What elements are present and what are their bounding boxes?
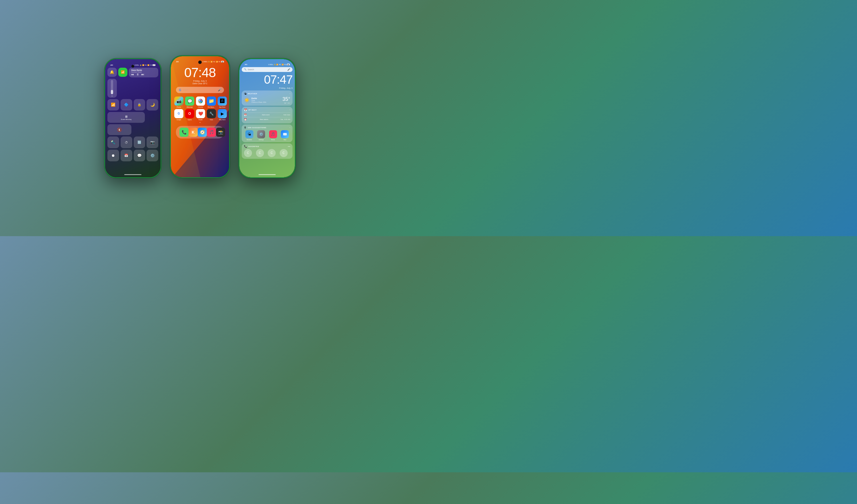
- add-event-label[interactable]: Add event: [262, 114, 269, 116]
- playstore-icon: ▶: [218, 109, 227, 118]
- wifi2-btn[interactable]: 📶: [107, 99, 119, 111]
- siri-app-settings[interactable]: ⚙️ Settings: [256, 130, 267, 140]
- appstore-icon: 🅰: [218, 97, 227, 106]
- dock-music[interactable]: 🎵: [207, 128, 216, 137]
- screen-mirroring-btn[interactable]: 🖥 Screen Mirroring: [107, 112, 145, 123]
- opera-label: Opera: [188, 119, 192, 121]
- weather-rain: Chance of Rain: 52%: [251, 101, 266, 103]
- app-files[interactable]: 📁 File Mana...: [207, 97, 216, 108]
- flashlight-btn[interactable]: 🔦: [107, 137, 119, 148]
- wifi-btn[interactable]: 📶: [118, 68, 128, 77]
- app-google[interactable]: G Google: [174, 109, 183, 121]
- status-bar-1: JIO 1.2KB/s 🔒 📶 4G 📶 4G 27: [107, 63, 158, 67]
- lock-btn[interactable]: 🔒: [134, 99, 146, 111]
- screen-mirror-icon: 🖥: [124, 115, 128, 118]
- dock-safari[interactable]: 🧭: [198, 128, 207, 137]
- siri-app-music[interactable]: 🎵 Music: [268, 130, 279, 140]
- bluetooth-btn[interactable]: 🔷: [120, 99, 132, 111]
- dock-camera[interactable]: 📸: [216, 128, 225, 137]
- app-health[interactable]: ❤️ Health: [196, 109, 205, 121]
- mute-btn[interactable]: 🔇: [107, 124, 131, 135]
- siri-app-mail[interactable]: ✉️ Mail: [280, 130, 290, 140]
- alarm-icon: ⏰: [244, 118, 247, 121]
- phone-3: JIO 0.0KB/s 🔒 📶 4G 📶 4G ▮▮ 🔍 Search 🎤 07: [238, 58, 296, 178]
- p2-search-bar[interactable]: G Search 🎤: [176, 87, 224, 93]
- settings-btn[interactable]: ⚙️: [147, 150, 158, 161]
- weather-widget-icon: 🌤: [244, 92, 247, 95]
- app-imessage[interactable]: 💬 iMessage: [185, 97, 194, 108]
- siri-mail-label: Mail: [284, 139, 286, 140]
- p3-date: Friday, July 3: [242, 87, 292, 89]
- fav-contact-3[interactable]: C: [268, 149, 276, 157]
- files-icon: 📁: [207, 97, 216, 106]
- kwai-icon: K: [188, 128, 198, 137]
- record-btn[interactable]: ⏺: [107, 150, 119, 161]
- chrome-icon: [196, 97, 205, 106]
- brightness-slider[interactable]: ▬: [107, 79, 117, 98]
- play-pause-icon[interactable]: ⏸: [136, 73, 139, 76]
- moon-btn[interactable]: 🌙: [147, 99, 158, 111]
- photos-icon: 📷: [174, 97, 183, 106]
- next-alarm-value: Sat, 4:00 AM: [281, 119, 290, 120]
- bell-btn[interactable]: 🔔: [107, 68, 117, 77]
- upnext-chevron-icon[interactable]: ›: [290, 109, 290, 111]
- app-opera[interactable]: O Opera: [185, 109, 194, 121]
- chrome-label: Chrome: [198, 106, 203, 108]
- favorites-more-icon[interactable]: •••: [288, 145, 290, 147]
- status-icons-2: 0.0KB/s 🔒 📶 4G 📶 4G ▮▮: [203, 61, 224, 63]
- add-date-label[interactable]: Add date: [283, 114, 290, 116]
- tools-icon: 🔧: [207, 109, 216, 118]
- upnext-widget: 📅 UP NEXT › 📆 Add event Add date ⏰ Next …: [242, 107, 292, 123]
- app-appstore[interactable]: 🅰 App Store: [218, 97, 227, 108]
- files-label: File Mana...: [208, 106, 215, 108]
- fav-contact-1[interactable]: C: [244, 149, 252, 157]
- message-btn[interactable]: 💬: [134, 150, 146, 161]
- carrier-2: JIO: [176, 61, 179, 63]
- google-label: Google: [177, 119, 181, 121]
- home-bar-3: [258, 174, 276, 175]
- camera-btn[interactable]: 📷: [147, 137, 158, 148]
- weather-widget: 🌤 WEATHER › ☀️ Delhi Clear Chance of Rai…: [242, 90, 292, 106]
- fav-contact-2[interactable]: C: [256, 149, 264, 157]
- app-chrome[interactable]: Chrome: [196, 97, 205, 108]
- tools-label: Tools: [210, 119, 213, 121]
- calendar-btn[interactable]: 📅: [120, 150, 132, 161]
- favorites-widget: 📞 FAVORITES ••• C C C C: [242, 143, 292, 159]
- app-photos[interactable]: 📷 Photos: [174, 97, 183, 108]
- microphone-icon[interactable]: 🎤: [218, 88, 221, 91]
- dock: 📞 K 🧭 🎵 📸: [176, 126, 224, 139]
- next-icon[interactable]: ⏭: [141, 73, 144, 76]
- timer-btn[interactable]: ⏱: [120, 137, 132, 148]
- siri-weather-icon: 🌤: [246, 130, 253, 138]
- fav-contact-4[interactable]: C: [280, 149, 288, 157]
- phone-icon: 📞: [180, 128, 188, 137]
- status-bar-2: JIO 0.0KB/s 🔒 📶 4G 📶 4G ▮▮: [173, 60, 227, 63]
- siri-app-weather[interactable]: 🌤 Weather: [244, 130, 255, 140]
- siri-weather-label: Weather: [247, 139, 252, 140]
- mic-icon[interactable]: 🎤: [287, 68, 290, 71]
- weather-city: Delhi: [251, 97, 266, 100]
- music-icon: 🎵: [207, 128, 216, 137]
- home-bar-1: [124, 174, 141, 175]
- weather-range: 30° / 41°: [283, 102, 290, 104]
- siri-chevron-icon[interactable]: ›: [290, 126, 290, 128]
- imessage-icon: 💬: [185, 97, 194, 106]
- search-label: Search: [248, 69, 254, 71]
- prev-icon[interactable]: ⏮: [131, 73, 134, 76]
- add-event-icon: 📆: [244, 114, 247, 116]
- status-bar-3: JIO 0.0KB/s 🔒 📶 4G 📶 4G ▮▮: [242, 63, 292, 66]
- app-playstore[interactable]: ▶ Play Store: [218, 109, 227, 121]
- weather-widget-title: WEATHER: [248, 93, 257, 94]
- next-alarm-label: Next alarm:: [260, 119, 269, 120]
- dock-kwai[interactable]: K: [188, 128, 198, 137]
- playstore-label: Play Store: [219, 119, 225, 121]
- svg-point-6: [199, 100, 202, 102]
- p3-search-bar[interactable]: 🔍 Search 🎤: [242, 67, 292, 72]
- siri-music-label: Music: [271, 139, 275, 140]
- google-icon: G: [174, 109, 183, 118]
- weather-chevron-icon[interactable]: ›: [290, 92, 290, 94]
- app-tools[interactable]: 🔧 Tools: [207, 109, 216, 121]
- upnext-icon: 📅: [244, 108, 247, 111]
- calculator-btn[interactable]: 🔢: [134, 137, 146, 148]
- dock-phone[interactable]: 📞: [180, 128, 188, 137]
